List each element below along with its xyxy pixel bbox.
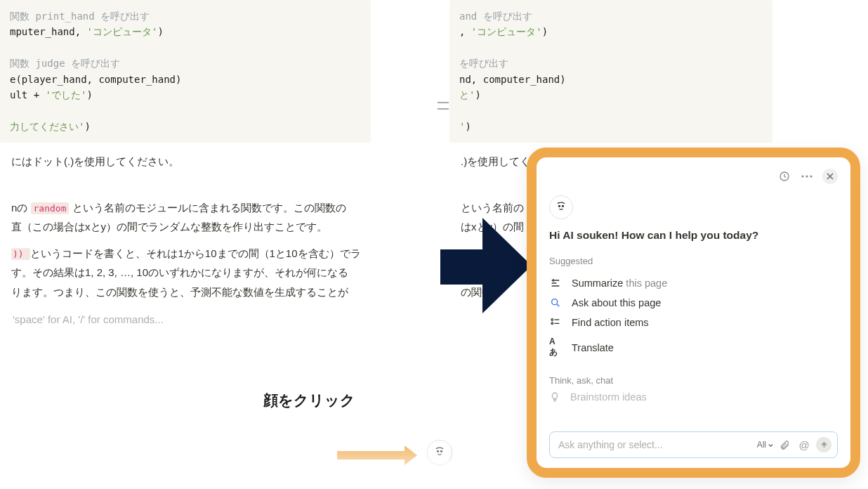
separator-dash bbox=[438, 102, 449, 103]
separator-dash bbox=[438, 108, 449, 110]
ai-assistant-panel: Hi AI souken! How can I help you today? … bbox=[527, 148, 860, 478]
paragraph: ります。つまり、この関数を使うと、予測不能な数値を生成することが bbox=[0, 283, 379, 301]
ai-face-icon bbox=[549, 195, 573, 219]
svg-point-8 bbox=[551, 322, 553, 325]
svg-point-5 bbox=[563, 205, 564, 207]
code-block-right: and を呼び出す, 'コンピュータ') を呼び出すnd, computer_h… bbox=[449, 0, 772, 143]
paragraph: にはドット(.)を使用してください。 bbox=[0, 152, 379, 171]
suggestion-translate[interactable]: Aあ Translate bbox=[549, 332, 838, 363]
scope-selector[interactable]: All bbox=[757, 440, 774, 450]
svg-point-10 bbox=[441, 450, 442, 452]
attach-icon[interactable] bbox=[780, 440, 792, 450]
paragraph: nの random という名前のモジュールに含まれる関数です。この関数の bbox=[0, 199, 379, 217]
ai-ask-input[interactable] bbox=[558, 439, 751, 450]
suggestion-brainstorm[interactable]: Brainstorm ideas bbox=[549, 391, 838, 403]
suggested-label: Suggested bbox=[549, 256, 838, 266]
history-icon[interactable] bbox=[777, 169, 791, 183]
svg-point-9 bbox=[438, 450, 439, 452]
ai-greeting: Hi AI souken! How can I help you today? bbox=[549, 229, 838, 242]
paragraph: す。その結果は1, 2, 3, …, 10のいずれかになりますが、それが何になる bbox=[0, 263, 379, 282]
svg-point-1 bbox=[801, 175, 803, 177]
mention-icon[interactable]: @ bbox=[798, 439, 810, 451]
annotation-arrow bbox=[337, 445, 417, 465]
send-button[interactable] bbox=[816, 437, 831, 452]
left-document-pane: 関数 print_hand を呼び出すmputer_hand, 'コンピュータ'… bbox=[0, 0, 379, 338]
code-block-left: 関数 print_hand を呼び出すmputer_hand, 'コンピュータ'… bbox=[0, 0, 371, 143]
think-label: Think, ask, chat bbox=[549, 375, 838, 386]
ai-ask-input-bar[interactable]: All @ bbox=[549, 431, 838, 458]
inline-code-fragment: )) bbox=[11, 248, 30, 260]
annotation-label: 顔をクリック bbox=[263, 391, 355, 410]
svg-point-2 bbox=[805, 175, 808, 177]
suggestion-summarize[interactable]: Summarize this page bbox=[549, 273, 838, 293]
ai-panel-topbar bbox=[549, 169, 838, 184]
editor-placeholder[interactable]: 'space' for AI, '/' for commands... bbox=[0, 301, 379, 338]
summarize-icon bbox=[549, 278, 562, 289]
lightbulb-icon bbox=[549, 391, 560, 403]
svg-point-7 bbox=[551, 319, 553, 321]
svg-point-3 bbox=[810, 175, 812, 177]
suggestion-ask-about-page[interactable]: Ask about this page bbox=[549, 293, 838, 313]
suggestion-find-action-items[interactable]: Find action items bbox=[549, 313, 838, 332]
paragraph: )) というコードを書くと、それは1から10までの間（1と10を含む）でラ bbox=[0, 244, 379, 263]
close-icon[interactable] bbox=[822, 169, 838, 184]
search-icon bbox=[549, 297, 562, 308]
translate-icon: Aあ bbox=[549, 337, 562, 358]
inline-code-random: random bbox=[31, 202, 70, 214]
svg-point-4 bbox=[559, 205, 560, 207]
ai-face-launcher[interactable] bbox=[427, 440, 452, 465]
list-check-icon bbox=[549, 317, 562, 328]
paragraph: 直（この場合はxとy）の間でランダムな整数を作り出すことです。 bbox=[0, 218, 379, 236]
svg-point-6 bbox=[552, 299, 558, 305]
more-icon[interactable] bbox=[800, 169, 814, 183]
